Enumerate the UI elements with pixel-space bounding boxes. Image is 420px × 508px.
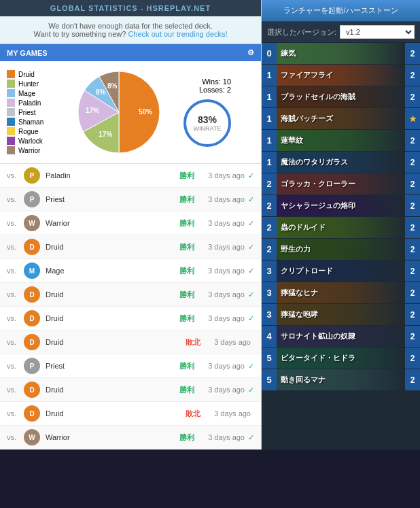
legend-color xyxy=(7,99,15,107)
table-row[interactable]: vs. W Warrior 勝利 3 days ago ✓ xyxy=(0,211,261,235)
vs-text: vs. xyxy=(7,243,20,251)
check-icon: ✓ xyxy=(248,433,254,442)
vs-text: vs. xyxy=(7,362,20,370)
list-item[interactable]: 3 獰猛なヒナ 2 xyxy=(262,282,420,304)
vs-text: vs. xyxy=(7,267,20,275)
vs-text: vs. xyxy=(7,195,20,203)
list-item[interactable]: 3 クリプトロード 2 xyxy=(262,260,420,282)
legend-item: Priest xyxy=(7,108,75,116)
list-item[interactable]: 1 ブラッドセイルの海賊 2 xyxy=(262,86,420,108)
opponent-name: Druid xyxy=(46,338,186,346)
pie-container: 50%17%17%8%8% xyxy=(75,68,177,156)
table-row[interactable]: vs. W Warrior 勝利 3 days ago ✓ xyxy=(0,426,261,450)
card-name: 蟲のドルイド xyxy=(277,222,405,233)
result-badge: 勝利 xyxy=(179,242,194,252)
list-item[interactable]: 1 蓮華紋 2 xyxy=(262,130,420,152)
opponent-icon: P xyxy=(24,167,40,184)
version-selector: 選択したバージョン: v1.2 xyxy=(262,22,420,43)
list-item[interactable]: 1 魔法のワタリガラス 2 xyxy=(262,152,420,173)
pie-label: 17% xyxy=(86,107,99,114)
card-cost: 5 xyxy=(262,369,277,391)
opponent-icon: D xyxy=(24,286,40,303)
table-row[interactable]: vs. D Druid 敗北 3 days ago xyxy=(0,331,261,354)
card-name: ブラッドセイルの海賊 xyxy=(277,92,405,102)
opponent-icon: D xyxy=(24,405,40,422)
time-ago: 3 days ago xyxy=(208,243,245,251)
card-count: 2 xyxy=(405,65,420,86)
table-row[interactable]: vs. P Priest 勝利 3 days ago ✓ xyxy=(0,354,261,378)
list-item[interactable]: 2 蟲のドルイド 2 xyxy=(262,217,420,239)
card-name: 海賊バッチーズ xyxy=(277,114,405,124)
card-name: ファイアフライ xyxy=(277,70,405,80)
legend-item: Shaman xyxy=(7,118,75,126)
time-ago: 3 days ago xyxy=(214,338,251,346)
card-name: 獰猛なヒナ xyxy=(277,288,405,298)
right-panel: ランチャーを起動/ハースストーン 選択したバージョン: v1.2 0 練気 2 … xyxy=(262,0,420,450)
card-count: 2 xyxy=(405,217,420,239)
table-row[interactable]: vs. D Druid 勝利 3 days ago ✓ xyxy=(0,283,261,307)
card-cost: 2 xyxy=(262,239,277,260)
card-cost: 2 xyxy=(262,217,277,239)
time-ago: 3 days ago xyxy=(208,362,245,370)
result-badge: 勝利 xyxy=(179,194,194,205)
list-item[interactable]: 5 動き回るマナ 2 xyxy=(262,369,420,391)
gear-icon[interactable]: ⚙ xyxy=(247,48,254,57)
list-item[interactable]: 2 ゴラッカ・クローラー 2 xyxy=(262,173,420,195)
opponent-icon: W xyxy=(24,429,40,445)
card-count: 2 xyxy=(405,195,420,217)
vs-text: vs. xyxy=(7,338,20,346)
opponent-name: Druid xyxy=(46,243,179,251)
card-count: 2 xyxy=(405,326,420,348)
time-ago: 3 days ago xyxy=(208,433,245,441)
table-row[interactable]: vs. D Druid 勝利 3 days ago ✓ xyxy=(0,235,261,259)
list-item[interactable]: 5 ビタータイド・ヒドラ 2 xyxy=(262,348,420,369)
table-row[interactable]: vs. P Priest 勝利 3 days ago ✓ xyxy=(0,188,261,211)
list-item[interactable]: 2 ヤシャラージュの烙印 2 xyxy=(262,195,420,217)
notice-line2: Want to try something new? xyxy=(33,30,126,38)
card-cost: 1 xyxy=(262,108,277,130)
list-item[interactable]: 0 練気 2 xyxy=(262,43,420,65)
table-row[interactable]: vs. P Paladin 勝利 3 days ago ✓ xyxy=(0,164,261,188)
card-count: 2 xyxy=(405,130,420,152)
legend-name: Rogue xyxy=(18,128,38,135)
legend-color xyxy=(7,70,15,78)
vs-text: vs. xyxy=(7,219,20,227)
card-name: 魔法のワタリガラス xyxy=(277,157,405,167)
launch-button[interactable]: ランチャーを起動/ハースストーン xyxy=(262,0,420,22)
card-name: 練気 xyxy=(277,48,405,58)
card-name: ビタータイド・ヒドラ xyxy=(277,353,405,363)
opponent-icon: D xyxy=(24,310,40,326)
card-name: ヤシャラージュの烙印 xyxy=(277,201,405,211)
winrate-label: WINRATE xyxy=(194,125,222,132)
table-row[interactable]: vs. M Mage 勝利 3 days ago ✓ xyxy=(0,259,261,283)
table-row[interactable]: vs. D Druid 勝利 3 days ago ✓ xyxy=(0,378,261,402)
opponent-name: Druid xyxy=(46,386,179,394)
time-ago: 3 days ago xyxy=(208,171,245,180)
list-item[interactable]: 3 獰猛な咆哮 2 xyxy=(262,304,420,326)
check-icon: ✓ xyxy=(248,290,254,299)
list-item[interactable]: 1 ファイアフライ 2 xyxy=(262,65,420,86)
list-item[interactable]: 2 野生の力 2 xyxy=(262,239,420,260)
card-count: 2 xyxy=(405,348,420,369)
time-ago: 3 days ago xyxy=(208,290,245,299)
opponent-icon: D xyxy=(24,334,40,350)
time-ago: 3 days ago xyxy=(214,409,251,418)
table-row[interactable]: vs. D Druid 勝利 3 days ago ✓ xyxy=(0,307,261,331)
list-item[interactable]: 4 サロナイト鉱山の奴隷 2 xyxy=(262,326,420,348)
result-badge: 敗北 xyxy=(186,337,200,348)
card-count: ★ xyxy=(405,108,420,130)
legend-color xyxy=(7,137,15,145)
opponent-icon: D xyxy=(24,382,40,398)
version-select[interactable]: v1.2 xyxy=(340,25,415,39)
card-cost: 3 xyxy=(262,260,277,282)
card-count: 2 xyxy=(405,152,420,173)
opponent-name: Warrior xyxy=(46,219,179,227)
table-row[interactable]: vs. D Druid 敗北 3 days ago xyxy=(0,402,261,426)
legend-name: Paladin xyxy=(18,99,41,107)
list-item[interactable]: 1 海賊バッチーズ ★ xyxy=(262,108,420,130)
card-cost: 1 xyxy=(262,65,277,86)
card-cost: 2 xyxy=(262,173,277,195)
trending-link[interactable]: Check out our trending decks! xyxy=(128,30,227,38)
wins-label: Wins: 10 xyxy=(183,78,231,86)
opponent-icon: M xyxy=(24,263,40,279)
